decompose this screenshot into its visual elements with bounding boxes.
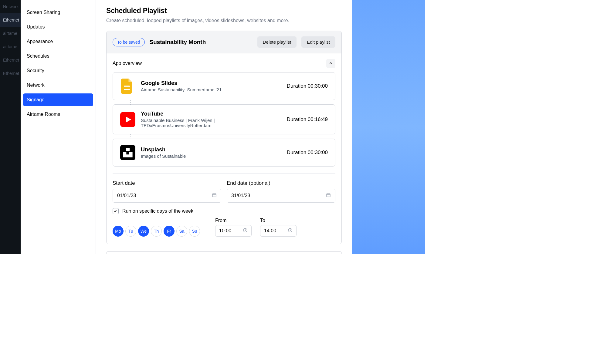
device-rail-item[interactable]: airtame	[0, 40, 21, 53]
to-time-input[interactable]: 14:00	[260, 225, 297, 237]
day-toggle[interactable]: Mo	[113, 226, 124, 237]
svg-rect-5	[126, 148, 130, 151]
edit-playlist-button[interactable]: Edit playlist	[301, 36, 335, 48]
calendar-icon	[326, 193, 331, 199]
status-chip: To be saved	[113, 38, 145, 46]
app-duration: Duration 00:16:49	[287, 116, 328, 123]
to-label: To	[260, 218, 297, 223]
sidebar-item[interactable]: Airtame Rooms	[23, 108, 93, 121]
device-rail-item[interactable]: Ethernet	[0, 67, 21, 80]
device-rail-item[interactable]: Ethernet	[0, 13, 21, 27]
playlist-card-body: App overview Google SlidesAirtame Sustai…	[107, 53, 341, 244]
clock-icon	[243, 228, 248, 234]
app-duration: Duration 00:30:00	[287, 83, 328, 89]
run-specific-days-label: Run on specific days of the week	[122, 208, 193, 214]
svg-rect-1	[124, 87, 130, 89]
to-time-value: 14:00	[264, 228, 276, 234]
calendar-icon	[212, 193, 217, 199]
next-card-peek	[106, 251, 342, 254]
day-toggle[interactable]: Fr	[164, 226, 175, 237]
start-date-value: 01/01/23	[117, 193, 136, 198]
end-date-label: End date (optional)	[227, 180, 335, 186]
page-subtitle: Create scheduled, looped playlists of im…	[106, 18, 342, 23]
sidebar-item[interactable]: Signage	[23, 93, 93, 106]
chevron-up-icon	[329, 61, 333, 66]
app-row[interactable]: Google SlidesAirtame Sustainability_Summ…	[113, 72, 335, 100]
app-duration: Duration 00:30:00	[287, 150, 328, 156]
app-overview-label: App overview	[113, 61, 142, 66]
playlist-card-header: To be saved Sustainability Month Delete …	[107, 31, 341, 53]
start-date-input[interactable]: 01/01/23	[113, 189, 221, 203]
page-title: Scheduled Playlist	[106, 7, 342, 15]
app-title: Google Slides	[141, 80, 280, 86]
days-row: MoTuWeThFrSaSuFrom10:00To14:00	[113, 218, 335, 237]
gslides-icon	[120, 79, 134, 94]
end-date-input[interactable]: 31/01/23	[227, 189, 335, 203]
sidebar-item[interactable]: Schedules	[23, 50, 93, 62]
day-toggle[interactable]: We	[138, 226, 149, 237]
day-toggle[interactable]: Sa	[176, 226, 187, 237]
sidebar-item[interactable]: Network	[23, 79, 93, 92]
drag-handle-icon[interactable]: ⋮	[113, 134, 335, 139]
right-gradient-panel	[352, 0, 425, 254]
run-specific-days-checkbox[interactable]	[113, 208, 119, 214]
device-rail-item[interactable]: airtame	[0, 27, 21, 40]
app-title: YouTube	[141, 111, 280, 117]
collapse-button[interactable]	[326, 59, 335, 68]
app-row[interactable]: UnsplashImages of SustainableDuration 00…	[113, 139, 335, 167]
device-rail: NetworkEthernetairtameairtameEthernetEth…	[0, 0, 21, 254]
device-rail-item[interactable]: Network	[0, 0, 21, 13]
app-list: Google SlidesAirtame Sustainability_Summ…	[113, 72, 335, 167]
app-subtitle: Sustainable Business | Frank Wijen | TED…	[141, 118, 280, 128]
end-date-value: 31/01/23	[231, 193, 250, 198]
app-subtitle: Images of Sustainable	[141, 153, 280, 159]
unsplash-icon	[120, 145, 134, 160]
app-row[interactable]: YouTubeSustainable Business | Frank Wije…	[113, 104, 335, 134]
from-time-input[interactable]: 10:00	[215, 225, 252, 237]
svg-rect-8	[327, 194, 330, 197]
day-toggle[interactable]: Th	[151, 226, 162, 237]
day-toggle[interactable]: Su	[189, 226, 200, 237]
svg-rect-4	[120, 145, 135, 160]
playlist-name: Sustainability Month	[150, 39, 253, 46]
from-time-value: 10:00	[219, 228, 231, 234]
device-rail-item[interactable]: Ethernet	[0, 53, 21, 67]
delete-playlist-button[interactable]: Delete playlist	[257, 36, 297, 48]
youtube-icon	[120, 112, 134, 127]
app-subtitle: Airtame Sustainability_Summertame '21	[141, 87, 280, 92]
sidebar-item[interactable]: Updates	[23, 21, 93, 33]
app-title: Unsplash	[141, 147, 280, 153]
playlist-card: To be saved Sustainability Month Delete …	[106, 31, 342, 244]
sidebar-item[interactable]: Security	[23, 64, 93, 77]
sidebar-item[interactable]: Screen Sharing	[23, 6, 93, 19]
day-toggle[interactable]: Tu	[125, 226, 136, 237]
from-label: From	[215, 218, 252, 223]
main-content: Scheduled Playlist Create scheduled, loo…	[96, 0, 352, 254]
clock-icon	[288, 228, 293, 234]
settings-sidebar: Screen SharingUpdatesAppearanceSchedules…	[21, 0, 96, 254]
svg-rect-6	[212, 194, 216, 197]
sidebar-item[interactable]: Appearance	[23, 35, 93, 48]
start-date-label: Start date	[113, 180, 221, 186]
drag-handle-icon[interactable]: ⋮	[113, 100, 335, 104]
